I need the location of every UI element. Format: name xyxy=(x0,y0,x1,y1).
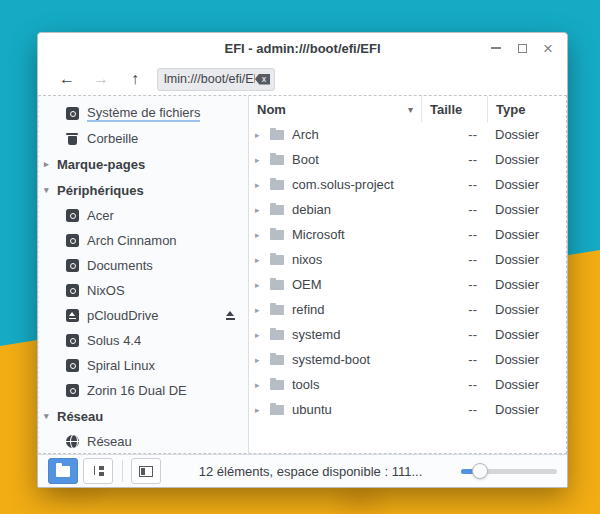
chevron-down-icon[interactable]: ▾ xyxy=(44,411,56,421)
file-row-refind[interactable]: ▸refind--Dossier xyxy=(249,297,566,322)
file-name-cell: ▸refind xyxy=(249,302,421,317)
forward-button[interactable]: → xyxy=(84,67,118,91)
status-text: 12 éléments, espace disponible : 111... xyxy=(166,464,455,479)
window-title: EFI - admin:///boot/efi/EFI xyxy=(225,41,381,56)
expander-icon[interactable]: ▸ xyxy=(255,205,268,215)
file-name: refind xyxy=(292,302,325,317)
file-name-cell: ▸debian xyxy=(249,202,421,217)
sidebar-item-solus-4-4[interactable]: Solus 4.4 xyxy=(39,328,248,353)
sidebar-item-acer[interactable]: Acer xyxy=(39,203,248,228)
drive-icon xyxy=(66,234,79,247)
expander-icon[interactable]: ▸ xyxy=(255,305,268,315)
expander-icon[interactable]: ▸ xyxy=(255,380,268,390)
minimize-button[interactable] xyxy=(487,39,505,57)
expander-icon[interactable]: ▸ xyxy=(255,130,268,140)
file-type: Dossier xyxy=(487,152,566,167)
sidebar-section-peripheriques[interactable]: ▾Périphériques xyxy=(39,177,248,203)
zoom-slider[interactable] xyxy=(461,463,557,479)
folder-icon xyxy=(270,130,284,140)
folder-icon xyxy=(270,255,284,265)
file-name-cell: ▸Arch xyxy=(249,127,421,142)
forward-arrow-icon: → xyxy=(93,70,109,88)
file-size: -- xyxy=(421,227,487,242)
sidebar-item-corbeille[interactable]: Corbeille xyxy=(39,126,248,151)
titlebar[interactable]: EFI - admin:///boot/efi/EFI × xyxy=(38,33,567,63)
sidebar-item-zorin-16-dual-de[interactable]: Zorin 16 Dual DE xyxy=(39,378,248,403)
chevron-right-icon[interactable]: ▸ xyxy=(44,159,56,169)
file-row-debian[interactable]: ▸debian--Dossier xyxy=(249,197,566,222)
file-name: debian xyxy=(292,202,331,217)
expander-icon[interactable]: ▸ xyxy=(255,330,268,340)
file-rows: ▸Arch--Dossier▸Boot--Dossier▸com.solus-p… xyxy=(249,122,566,453)
tree-view-button[interactable] xyxy=(83,458,113,484)
file-type: Dossier xyxy=(487,377,566,392)
file-row-com-solus-project[interactable]: ▸com.solus-project--Dossier xyxy=(249,172,566,197)
location-bar[interactable]: lmin:///boot/efi/EFI x xyxy=(157,68,275,91)
folder-icon xyxy=(270,330,284,340)
sidebar-item-label: pCloudDrive xyxy=(87,308,159,323)
expander-icon[interactable]: ▸ xyxy=(255,355,268,365)
file-name-cell: ▸Boot xyxy=(249,152,421,167)
sidebar-item-pclouddrive[interactable]: pCloudDrive xyxy=(39,303,248,328)
up-button[interactable]: ↑ xyxy=(118,67,152,91)
file-name-cell: ▸OEM xyxy=(249,277,421,292)
close-button[interactable]: × xyxy=(539,39,557,57)
trash-icon xyxy=(66,132,79,145)
close-icon: × xyxy=(543,40,553,57)
folder-icon xyxy=(270,380,284,390)
file-row-arch[interactable]: ▸Arch--Dossier xyxy=(249,122,566,147)
sidebar-section-label: Réseau xyxy=(57,409,103,424)
sidebar-section-marque-pages[interactable]: ▸Marque-pages xyxy=(39,151,248,177)
sidebar-item-documents[interactable]: Documents xyxy=(39,253,248,278)
file-row-microsoft[interactable]: ▸Microsoft--Dossier xyxy=(249,222,566,247)
file-row-ubuntu[interactable]: ▸ubuntu--Dossier xyxy=(249,397,566,422)
file-type: Dossier xyxy=(487,127,566,142)
file-name: nixos xyxy=(292,252,322,267)
expander-icon[interactable]: ▸ xyxy=(255,280,268,290)
back-button[interactable]: ← xyxy=(50,67,84,91)
sidebar-item-arch-cinnamon[interactable]: Arch Cinnamon xyxy=(39,228,248,253)
sidebar-item-systeme-de-fichiers[interactable]: Système de fichiers xyxy=(39,101,248,126)
icon-view-button[interactable] xyxy=(48,458,78,484)
folder-icon xyxy=(270,230,284,240)
chevron-down-icon[interactable]: ▾ xyxy=(44,185,56,195)
expander-icon[interactable]: ▸ xyxy=(255,255,268,265)
file-row-oem[interactable]: ▸OEM--Dossier xyxy=(249,272,566,297)
folder-icon xyxy=(270,280,284,290)
sidebar-item-label: Spiral Linux xyxy=(87,358,155,373)
sidebar-item-reseau[interactable]: Réseau xyxy=(39,429,248,453)
file-row-nixos[interactable]: ▸nixos--Dossier xyxy=(249,247,566,272)
eject-icon[interactable] xyxy=(225,311,236,320)
expander-icon[interactable]: ▸ xyxy=(255,405,268,415)
sidebar-item-label: Système de fichiers xyxy=(87,105,200,122)
sidebar-item-label: NixOS xyxy=(87,283,125,298)
file-type: Dossier xyxy=(487,177,566,192)
sidebar-item-nixos[interactable]: NixOS xyxy=(39,278,248,303)
file-row-systemd-boot[interactable]: ▸systemd-boot--Dossier xyxy=(249,347,566,372)
toggle-sidebar-button[interactable] xyxy=(131,458,161,484)
statusbar: 12 éléments, espace disponible : 111... xyxy=(38,454,567,487)
location-bar-text[interactable]: lmin:///boot/efi/EFI xyxy=(164,72,255,86)
column-header-size[interactable]: Taille xyxy=(421,96,487,122)
column-header-name[interactable]: Nom ▾ xyxy=(249,96,421,122)
drive-icon xyxy=(66,384,79,397)
clear-location-icon[interactable]: x xyxy=(255,74,270,85)
expander-icon[interactable]: ▸ xyxy=(255,230,268,240)
expander-icon[interactable]: ▸ xyxy=(255,155,268,165)
zoom-slider-handle[interactable] xyxy=(472,463,488,479)
file-row-systemd[interactable]: ▸systemd--Dossier xyxy=(249,322,566,347)
sidebar-item-spiral-linux[interactable]: Spiral Linux xyxy=(39,353,248,378)
drive-icon xyxy=(66,359,79,372)
maximize-button[interactable] xyxy=(513,39,531,57)
column-header-type[interactable]: Type xyxy=(487,96,566,122)
sidebar-section-reseau[interactable]: ▾Réseau xyxy=(39,403,248,429)
file-size: -- xyxy=(421,177,487,192)
file-row-boot[interactable]: ▸Boot--Dossier xyxy=(249,147,566,172)
window-controls: × xyxy=(487,33,557,63)
file-size: -- xyxy=(421,402,487,417)
file-type: Dossier xyxy=(487,252,566,267)
desktop-background: EFI - admin:///boot/efi/EFI × ← → ↑ lmin… xyxy=(0,0,600,514)
file-row-tools[interactable]: ▸tools--Dossier xyxy=(249,372,566,397)
file-name: ubuntu xyxy=(292,402,332,417)
expander-icon[interactable]: ▸ xyxy=(255,180,268,190)
